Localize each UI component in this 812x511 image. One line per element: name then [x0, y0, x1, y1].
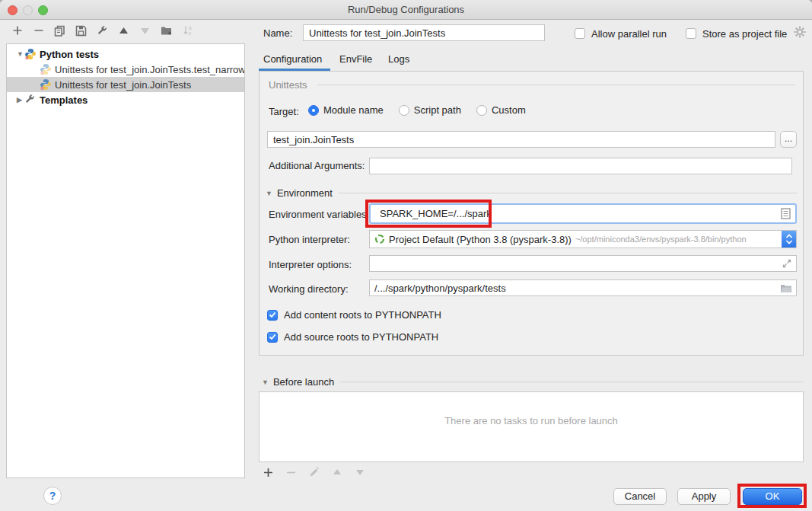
- name-input[interactable]: [303, 24, 545, 41]
- add-content-roots-label: Add content roots to PYTHONPATH: [284, 309, 441, 321]
- environment-section-title: Environment: [277, 187, 333, 199]
- python-interpreter-value: Project Default (Python 3.8 (pyspark-3.8…: [389, 234, 572, 245]
- configuration-panel: Unittests Target: Module name Script pat…: [259, 71, 804, 356]
- chevron-right-icon[interactable]: ▶: [17, 96, 24, 104]
- group-divider: [317, 85, 795, 85]
- cancel-button[interactable]: Cancel: [613, 488, 667, 505]
- environment-variables-input[interactable]: SPARK_HOME=/.../spark: [369, 203, 797, 224]
- svg-text:a: a: [189, 25, 192, 30]
- working-directory-value: /.../spark/python/pyspark/tests: [374, 283, 506, 294]
- before-launch-panel: There are no tasks to run before launch: [259, 391, 804, 462]
- move-down-button: [139, 24, 151, 37]
- move-up-button[interactable]: [117, 24, 130, 37]
- radio-module-name-label: Module name: [323, 104, 384, 116]
- run-debug-configurations-dialog: Run/Debug Configurations az: [0, 0, 812, 511]
- apply-button[interactable]: Apply: [677, 488, 731, 505]
- expand-field-icon[interactable]: [782, 258, 796, 269]
- environment-variables-value: SPARK_HOME=/.../spark: [375, 208, 492, 219]
- remove-configuration-button[interactable]: [32, 24, 45, 37]
- add-content-roots-checkbox[interactable]: [267, 310, 278, 321]
- add-source-roots-label: Add source roots to PYTHONPATH: [284, 331, 438, 343]
- tree-item-python-tests[interactable]: ▼ Python tests: [7, 46, 244, 62]
- python-interpreter-select[interactable]: Project Default (Python 3.8 (pyspark-3.8…: [369, 230, 797, 248]
- radio-custom-label: Custom: [492, 104, 526, 116]
- interpreter-options-input[interactable]: [369, 255, 797, 272]
- move-task-down-button: [353, 465, 366, 479]
- add-source-roots-checkbox[interactable]: [267, 332, 278, 343]
- copy-configuration-icon[interactable]: [53, 24, 66, 37]
- svg-text:z: z: [189, 30, 191, 36]
- store-as-project-file-checkbox[interactable]: [686, 28, 696, 39]
- conda-environment-icon: [374, 234, 385, 244]
- remove-task-button: [285, 465, 298, 479]
- tree-item-label: Templates: [40, 94, 88, 106]
- chevron-down-icon[interactable]: ▼: [17, 50, 24, 58]
- create-folder-icon[interactable]: [160, 24, 173, 37]
- python-test-icon: [40, 63, 52, 75]
- tree-item-label: Unittests for test_join.JoinTests: [55, 79, 191, 91]
- ok-button[interactable]: OK: [743, 488, 802, 505]
- working-directory-input[interactable]: /.../spark/python/pyspark/tests: [369, 279, 797, 296]
- browse-button[interactable]: ...: [780, 131, 797, 148]
- before-launch-section-header[interactable]: ▼ Before launch: [262, 376, 804, 388]
- target-label: Target:: [269, 106, 299, 117]
- list-editor-icon[interactable]: [781, 208, 791, 219]
- gear-icon[interactable]: [793, 25, 807, 41]
- python-test-icon: [40, 78, 52, 91]
- working-directory-label: Working directory:: [269, 283, 349, 295]
- edit-templates-wrench-icon[interactable]: [96, 24, 109, 37]
- environment-variables-label: Environment variables:: [269, 209, 369, 220]
- radio-module-name[interactable]: [308, 105, 319, 116]
- dropdown-stepper-icon[interactable]: [782, 230, 796, 248]
- tree-item-jointests-selected[interactable]: Unittests for test_join.JoinTests: [7, 77, 244, 92]
- unittests-group-title: Unittests: [269, 79, 307, 91]
- interpreter-options-label: Interpreter options:: [269, 259, 352, 270]
- python-interpreter-label: Python interpreter:: [269, 234, 350, 245]
- tab-envfile[interactable]: EnvFile: [339, 53, 372, 65]
- tab-configuration[interactable]: Configuration: [263, 53, 322, 65]
- edit-task-pencil-icon: [307, 465, 320, 479]
- python-tests-icon: [24, 48, 37, 60]
- before-launch-toolbar: [262, 465, 366, 479]
- name-label: Name:: [263, 27, 292, 39]
- before-launch-section-title: Before launch: [273, 376, 334, 388]
- configurations-tree: ▼ Python tests Unittests for test_join.J…: [6, 43, 245, 478]
- titlebar: Run/Debug Configurations: [0, 0, 812, 20]
- tree-item-label: Unittests for test_join.JoinTests.test_n…: [55, 64, 244, 75]
- before-launch-empty-text: There are no tasks to run before launch: [260, 415, 803, 426]
- help-button[interactable]: ?: [43, 487, 62, 505]
- window-title: Run/Debug Configurations: [0, 4, 812, 15]
- section-divider: [340, 382, 804, 382]
- additional-arguments-input[interactable]: [369, 158, 792, 174]
- additional-arguments-label: Additional Arguments:: [269, 160, 365, 171]
- tree-item-templates[interactable]: ▶ Templates: [7, 92, 244, 107]
- environment-section-header[interactable]: ▼ Environment: [266, 187, 797, 199]
- move-task-up-button: [330, 465, 343, 479]
- radio-custom[interactable]: [476, 105, 487, 116]
- configurations-toolbar: az: [11, 24, 194, 37]
- radio-script-path-label: Script path: [414, 104, 461, 116]
- chevron-down-icon[interactable]: ▼: [262, 378, 269, 386]
- chevron-down-icon[interactable]: ▼: [266, 190, 272, 197]
- tree-item-label: Python tests: [40, 49, 99, 60]
- tree-item-test-narrow[interactable]: Unittests for test_join.JoinTests.test_n…: [7, 62, 244, 77]
- add-task-button[interactable]: [262, 465, 275, 479]
- sort-configurations-icon: az: [181, 24, 194, 37]
- store-as-project-file-label: Store as project file: [702, 28, 787, 40]
- tab-logs[interactable]: Logs: [388, 53, 409, 65]
- templates-wrench-icon: [24, 94, 37, 106]
- allow-parallel-run-label: Allow parallel run: [591, 28, 667, 40]
- folder-browse-icon[interactable]: [780, 283, 796, 293]
- radio-script-path[interactable]: [399, 105, 409, 116]
- save-configuration-icon[interactable]: [75, 24, 88, 37]
- allow-parallel-run-checkbox[interactable]: [575, 28, 585, 39]
- add-configuration-button[interactable]: [11, 24, 24, 37]
- python-interpreter-path: ~/opt/miniconda3/envs/pyspark-3.8/bin/py…: [575, 235, 747, 244]
- module-name-input[interactable]: [267, 131, 775, 148]
- section-divider: [339, 193, 797, 193]
